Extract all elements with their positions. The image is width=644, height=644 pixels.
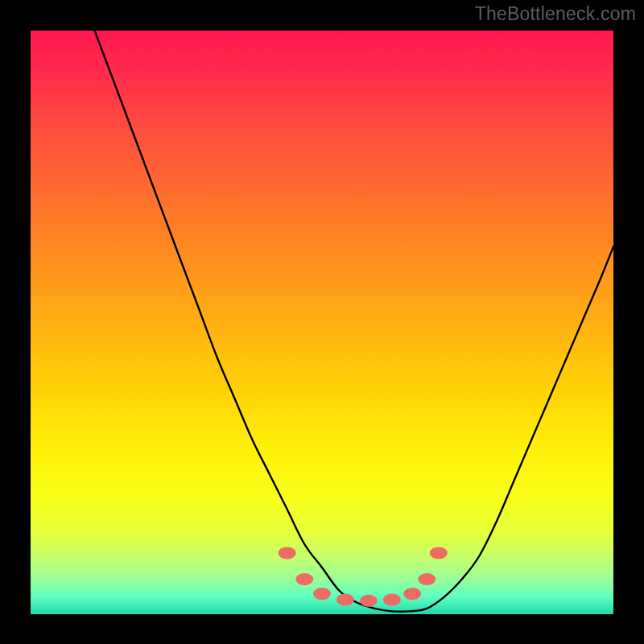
valley-marker	[383, 593, 401, 605]
valley-marker	[360, 595, 378, 607]
valley-marker	[430, 547, 448, 559]
bottleneck-curve	[95, 31, 613, 612]
valley-marker	[279, 547, 296, 559]
watermark-text: TheBottleneck.com	[475, 3, 636, 25]
valley-marker	[295, 573, 313, 585]
valley-markers	[279, 547, 448, 606]
curve-svg	[31, 31, 613, 614]
plot-area	[31, 31, 613, 614]
valley-marker	[336, 593, 354, 605]
chart-frame: TheBottleneck.com	[0, 0, 644, 644]
valley-marker	[403, 588, 421, 600]
valley-marker	[418, 573, 436, 585]
valley-marker	[313, 588, 331, 600]
